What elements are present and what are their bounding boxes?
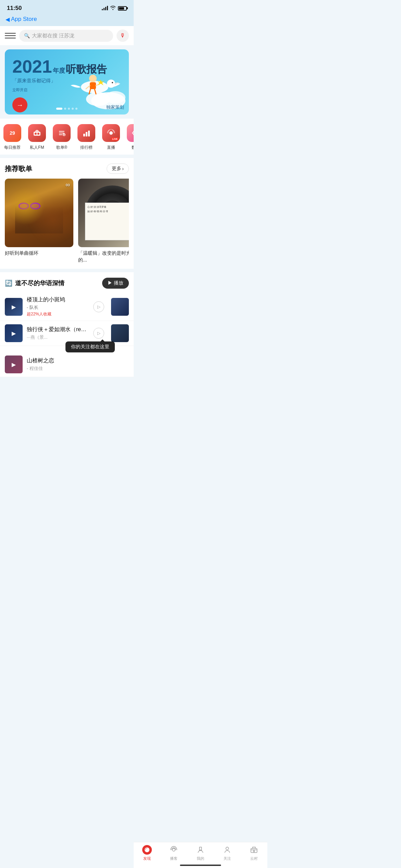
song-artist-3: - 程佳佳 — [27, 365, 129, 372]
playlist-thumb-1: ∞ — [5, 179, 73, 247]
wifi-icon — [110, 5, 116, 11]
song-thumb-play-icon-1: ▶ — [12, 303, 16, 310]
playlist-row: ∞ 好听到单曲循环 — [5, 179, 129, 269]
song-subtext-1: 超22%人收藏 — [27, 311, 89, 317]
status-time: 11:50 — [7, 5, 22, 12]
playlist-title-1: 好听到单曲循环 — [5, 250, 73, 257]
playlist-thumb-2: 心·好·淡·淡寻罗痛 如·好·倚·情·闲·日·常 ▷13万 — [78, 179, 129, 247]
svg-point-11 — [37, 130, 38, 131]
playlist-infinite-icon: ∞ — [65, 181, 70, 189]
song-section-title-text: 道不尽的华语深情 — [15, 279, 64, 287]
svg-rect-13 — [59, 133, 64, 133]
cat-label-daily: 每日推荐 — [4, 145, 21, 150]
cat-label-fm: 私人FM — [30, 145, 44, 150]
cat-item-daily[interactable]: 29 每日推荐 — [0, 124, 25, 150]
cat-item-fm[interactable]: 私人FM — [25, 124, 49, 150]
song-thumb-play-icon-3: ▶ — [12, 361, 16, 368]
play-all-label: ▶ 播放 — [108, 280, 123, 286]
tooltip-text: 你的关注都在这里 — [71, 344, 109, 349]
song-side-thumb-1 — [111, 298, 129, 316]
cat-icon-live: LIVE — [102, 124, 120, 142]
cat-label-live: 直播 — [107, 145, 115, 150]
song-thumb-play-icon-2: ▶ — [12, 330, 16, 337]
cat-item-playlist[interactable]: R 歌单® — [49, 124, 74, 150]
svg-point-9 — [35, 133, 37, 135]
menu-button[interactable] — [5, 30, 16, 41]
song-side-thumb-2 — [111, 324, 129, 342]
banner-dot-1 — [64, 108, 66, 110]
banner-dot-3 — [72, 108, 74, 110]
app-store-back[interactable]: ◀ App Store — [0, 14, 134, 26]
signal-icon — [102, 6, 108, 10]
cat-label-chart: 排行榜 — [80, 145, 93, 150]
song-name-3: 山楂树之恋 — [27, 357, 129, 364]
back-label: App Store — [11, 16, 37, 23]
cat-item-live[interactable]: LIVE 直播 — [99, 124, 123, 150]
cat-label-digital: 数字 — [132, 145, 134, 150]
song-section-icon: 🔄 — [5, 279, 12, 287]
song-info-2: 独行侠＋爱如潮水（remix） ···燕（景... — [27, 326, 89, 340]
playlist-card-1[interactable]: ∞ 好听到单曲循环 — [5, 179, 73, 263]
song-thumb-3: ▶ — [5, 355, 23, 373]
cat-item-digital[interactable]: 数字 — [123, 124, 134, 150]
song-name-1: 楼顶上的小斑鸠 — [27, 296, 89, 303]
svg-rect-14 — [59, 134, 62, 135]
song-name-2: 独行侠＋爱如潮水（remix） — [27, 326, 89, 333]
song-item-1[interactable]: ▶ 楼顶上的小斑鸠 - 队长 超22%人收藏 ▷ — [0, 293, 134, 321]
banner-button[interactable]: → — [12, 97, 27, 112]
song-section-header: 🔄 道不尽的华语深情 ▶ 播放 — [0, 272, 134, 293]
tooltip: 你的关注都在这里 — [65, 341, 115, 352]
battery-icon — [118, 6, 127, 11]
cat-icon-daily: 29 — [3, 124, 21, 142]
banner-dot-0 — [56, 108, 62, 110]
mic-icon: 🎙 — [120, 33, 125, 39]
banner-dot-4 — [75, 108, 77, 110]
svg-rect-7 — [90, 82, 96, 89]
song-thumb-2: ▶ — [5, 324, 23, 342]
banner-dot-2 — [68, 108, 70, 110]
song-play-button-2[interactable]: ▷ — [93, 328, 104, 339]
section-more-recommend[interactable]: 更多 › — [107, 164, 129, 174]
section-title-recommend: 推荐歌单 — [5, 164, 32, 173]
song-info-1: 楼顶上的小斑鸠 - 队长 超22%人收藏 — [27, 296, 89, 317]
play-all-button[interactable]: ▶ 播放 — [102, 278, 129, 289]
more-chevron-icon: › — [122, 166, 124, 171]
search-bar[interactable]: 🔍 大家都在搜 汪苏泷 — [19, 30, 113, 42]
mic-button[interactable]: 🎙 — [117, 29, 129, 42]
cat-icon-digital — [127, 124, 134, 142]
status-bar: 11:50 — [0, 0, 134, 14]
back-arrow-icon: ◀ — [5, 16, 10, 23]
banner-tag: 独家策划 — [106, 104, 124, 110]
playlist-card-2[interactable]: 心·好·淡·淡寻罗痛 如·好·倚·情·闲·日·常 ▷13万 「温暖辑」改变的是时… — [78, 179, 129, 263]
svg-point-5 — [112, 82, 113, 83]
status-icons — [102, 5, 127, 11]
svg-point-20 — [109, 131, 113, 135]
section-header-recommend: 推荐歌单 更多 › — [5, 164, 129, 174]
svg-rect-17 — [83, 134, 85, 136]
header: 🔍 大家都在搜 汪苏泷 🎙 — [0, 26, 134, 45]
svg-text:R: R — [64, 134, 65, 136]
cat-icon-chart — [77, 124, 95, 142]
song-thumb-1: ▶ — [5, 298, 23, 316]
svg-rect-12 — [59, 131, 64, 132]
recommend-section: 推荐歌单 更多 › — [0, 158, 134, 269]
svg-rect-18 — [86, 132, 87, 136]
banner-year: 2021 — [12, 58, 52, 75]
song-play-button-1[interactable]: ▷ — [93, 301, 104, 312]
cat-label-playlist: 歌单® — [56, 145, 68, 150]
cat-icon-fm — [28, 124, 46, 142]
more-label: 更多 — [112, 166, 121, 172]
banner[interactable]: 2021 年度 听歌报告 「原来音乐都记得」 立即开启 → — [5, 49, 129, 114]
search-icon: 🔍 — [24, 33, 30, 38]
playlist-title-2: 「温暖辑」改变的是时光，不变的... — [78, 250, 129, 263]
song-artist-2: ···燕（景... — [27, 334, 89, 340]
song-section: 🔄 道不尽的华语深情 ▶ 播放 ▶ 楼顶上的小斑鸠 - 队长 超22%人收藏 ▷ — [0, 272, 134, 377]
svg-point-10 — [37, 133, 39, 135]
svg-point-4 — [107, 80, 115, 88]
song-item-2[interactable]: ▶ 独行侠＋爱如潮水（remix） ···燕（景... ▷ 你的关注都在这里 — [0, 321, 134, 346]
svg-point-2 — [105, 91, 125, 104]
cat-item-chart[interactable]: 排行榜 — [74, 124, 99, 150]
svg-point-21 — [133, 130, 134, 136]
banner-dots — [56, 108, 77, 110]
song-artist-1: - 队长 — [27, 304, 38, 311]
